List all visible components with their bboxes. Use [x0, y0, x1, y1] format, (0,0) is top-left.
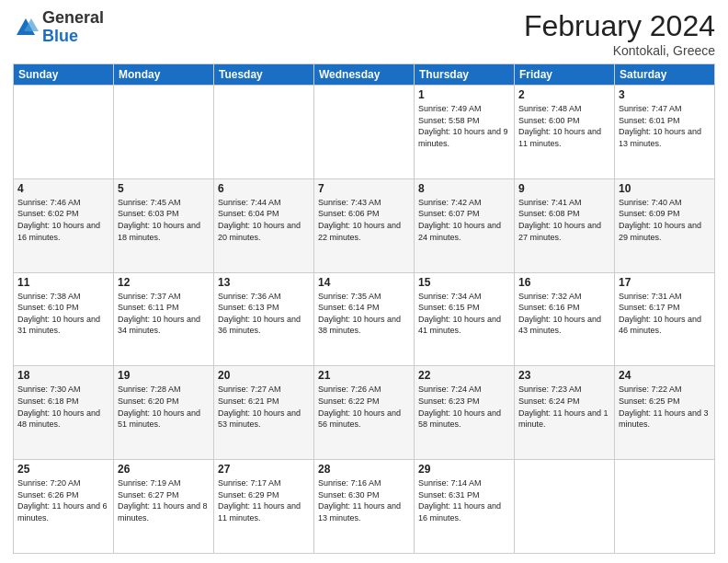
day-cell: 29Sunrise: 7:14 AM Sunset: 6:31 PM Dayli…: [415, 460, 515, 554]
day-info: Sunrise: 7:44 AM Sunset: 6:04 PM Dayligh…: [218, 197, 310, 243]
day-number: 23: [518, 369, 610, 382]
day-number: 13: [218, 276, 310, 289]
logo-icon: [13, 15, 39, 40]
day-info: Sunrise: 7:14 AM Sunset: 6:31 PM Dayligh…: [418, 477, 510, 523]
day-cell: 12Sunrise: 7:37 AM Sunset: 6:11 PM Dayli…: [114, 272, 214, 366]
logo: General Blue: [13, 9, 104, 46]
day-info: Sunrise: 7:16 AM Sunset: 6:30 PM Dayligh…: [318, 477, 410, 523]
col-header-wednesday: Wednesday: [314, 64, 415, 86]
day-number: 8: [418, 182, 510, 195]
col-header-sunday: Sunday: [14, 64, 114, 86]
day-cell: 23Sunrise: 7:23 AM Sunset: 6:24 PM Dayli…: [515, 366, 615, 460]
col-header-thursday: Thursday: [415, 64, 515, 86]
day-number: 11: [17, 276, 109, 289]
day-cell: 11Sunrise: 7:38 AM Sunset: 6:10 PM Dayli…: [14, 272, 114, 366]
day-info: Sunrise: 7:24 AM Sunset: 6:23 PM Dayligh…: [418, 384, 510, 430]
header: General Blue February 2024 Kontokali, Gr…: [13, 9, 715, 58]
day-info: Sunrise: 7:31 AM Sunset: 6:17 PM Dayligh…: [619, 291, 711, 337]
day-number: 16: [518, 276, 610, 289]
day-info: Sunrise: 7:43 AM Sunset: 6:06 PM Dayligh…: [318, 197, 410, 243]
day-cell: 22Sunrise: 7:24 AM Sunset: 6:23 PM Dayli…: [415, 366, 515, 460]
day-number: 5: [118, 182, 210, 195]
day-info: Sunrise: 7:42 AM Sunset: 6:07 PM Dayligh…: [418, 197, 510, 243]
day-cell: 15Sunrise: 7:34 AM Sunset: 6:15 PM Dayli…: [415, 272, 515, 366]
day-cell: 13Sunrise: 7:36 AM Sunset: 6:13 PM Dayli…: [214, 272, 314, 366]
day-cell: 7Sunrise: 7:43 AM Sunset: 6:06 PM Daylig…: [314, 178, 415, 272]
week-row-4: 18Sunrise: 7:30 AM Sunset: 6:18 PM Dayli…: [14, 366, 715, 460]
day-cell: 10Sunrise: 7:40 AM Sunset: 6:09 PM Dayli…: [615, 178, 715, 272]
day-cell: [214, 86, 314, 179]
day-number: 9: [518, 182, 610, 195]
day-number: 19: [118, 369, 210, 382]
day-number: 2: [518, 88, 610, 101]
day-number: 27: [218, 463, 310, 476]
day-number: 1: [418, 88, 510, 101]
day-number: 3: [619, 88, 711, 101]
week-row-2: 4Sunrise: 7:46 AM Sunset: 6:02 PM Daylig…: [14, 178, 715, 272]
day-info: Sunrise: 7:26 AM Sunset: 6:22 PM Dayligh…: [318, 384, 410, 430]
logo-text: General Blue: [42, 9, 104, 46]
week-row-1: 1Sunrise: 7:49 AM Sunset: 5:58 PM Daylig…: [14, 86, 715, 179]
day-info: Sunrise: 7:47 AM Sunset: 6:01 PM Dayligh…: [619, 103, 711, 149]
day-number: 10: [619, 182, 711, 195]
day-info: Sunrise: 7:35 AM Sunset: 6:14 PM Dayligh…: [318, 291, 410, 337]
day-info: Sunrise: 7:41 AM Sunset: 6:08 PM Dayligh…: [518, 197, 610, 243]
day-info: Sunrise: 7:30 AM Sunset: 6:18 PM Dayligh…: [17, 384, 109, 430]
day-number: 24: [619, 369, 711, 382]
logo-general: General: [42, 8, 104, 27]
day-cell: 4Sunrise: 7:46 AM Sunset: 6:02 PM Daylig…: [14, 178, 114, 272]
day-info: Sunrise: 7:45 AM Sunset: 6:03 PM Dayligh…: [118, 197, 210, 243]
day-cell: [515, 460, 615, 554]
col-header-tuesday: Tuesday: [214, 64, 314, 86]
day-info: Sunrise: 7:22 AM Sunset: 6:25 PM Dayligh…: [619, 384, 711, 430]
day-cell: 5Sunrise: 7:45 AM Sunset: 6:03 PM Daylig…: [114, 178, 214, 272]
day-cell: [14, 86, 114, 179]
day-info: Sunrise: 7:32 AM Sunset: 6:16 PM Dayligh…: [518, 291, 610, 337]
day-cell: 27Sunrise: 7:17 AM Sunset: 6:29 PM Dayli…: [214, 460, 314, 554]
header-row: SundayMondayTuesdayWednesdayThursdayFrid…: [14, 64, 715, 86]
day-cell: 28Sunrise: 7:16 AM Sunset: 6:30 PM Dayli…: [314, 460, 415, 554]
day-info: Sunrise: 7:23 AM Sunset: 6:24 PM Dayligh…: [518, 384, 610, 430]
day-number: 18: [17, 369, 109, 382]
week-row-3: 11Sunrise: 7:38 AM Sunset: 6:10 PM Dayli…: [14, 272, 715, 366]
day-info: Sunrise: 7:34 AM Sunset: 6:15 PM Dayligh…: [418, 291, 510, 337]
day-number: 12: [118, 276, 210, 289]
day-number: 25: [17, 463, 109, 476]
day-number: 20: [218, 369, 310, 382]
day-cell: [615, 460, 715, 554]
page: General Blue February 2024 Kontokali, Gr…: [0, 0, 728, 563]
calendar-subtitle: Kontokali, Greece: [524, 43, 715, 58]
week-row-5: 25Sunrise: 7:20 AM Sunset: 6:26 PM Dayli…: [14, 460, 715, 554]
day-cell: 6Sunrise: 7:44 AM Sunset: 6:04 PM Daylig…: [214, 178, 314, 272]
day-cell: 24Sunrise: 7:22 AM Sunset: 6:25 PM Dayli…: [615, 366, 715, 460]
day-cell: 19Sunrise: 7:28 AM Sunset: 6:20 PM Dayli…: [114, 366, 214, 460]
day-cell: 18Sunrise: 7:30 AM Sunset: 6:18 PM Dayli…: [14, 366, 114, 460]
day-number: 15: [418, 276, 510, 289]
day-info: Sunrise: 7:20 AM Sunset: 6:26 PM Dayligh…: [17, 477, 109, 523]
day-number: 21: [318, 369, 410, 382]
col-header-saturday: Saturday: [615, 64, 715, 86]
day-info: Sunrise: 7:37 AM Sunset: 6:11 PM Dayligh…: [118, 291, 210, 337]
calendar-table: SundayMondayTuesdayWednesdayThursdayFrid…: [13, 63, 715, 554]
day-cell: 14Sunrise: 7:35 AM Sunset: 6:14 PM Dayli…: [314, 272, 415, 366]
col-header-friday: Friday: [515, 64, 615, 86]
day-info: Sunrise: 7:28 AM Sunset: 6:20 PM Dayligh…: [118, 384, 210, 430]
day-info: Sunrise: 7:49 AM Sunset: 5:58 PM Dayligh…: [418, 103, 510, 149]
day-cell: 16Sunrise: 7:32 AM Sunset: 6:16 PM Dayli…: [515, 272, 615, 366]
day-info: Sunrise: 7:27 AM Sunset: 6:21 PM Dayligh…: [218, 384, 310, 430]
day-cell: 17Sunrise: 7:31 AM Sunset: 6:17 PM Dayli…: [615, 272, 715, 366]
day-number: 28: [318, 463, 410, 476]
day-cell: 2Sunrise: 7:48 AM Sunset: 6:00 PM Daylig…: [515, 86, 615, 179]
day-number: 26: [118, 463, 210, 476]
day-info: Sunrise: 7:48 AM Sunset: 6:00 PM Dayligh…: [518, 103, 610, 149]
day-cell: [114, 86, 214, 179]
day-cell: 25Sunrise: 7:20 AM Sunset: 6:26 PM Dayli…: [14, 460, 114, 554]
day-info: Sunrise: 7:19 AM Sunset: 6:27 PM Dayligh…: [118, 477, 210, 523]
day-number: 14: [318, 276, 410, 289]
day-cell: 3Sunrise: 7:47 AM Sunset: 6:01 PM Daylig…: [615, 86, 715, 179]
day-info: Sunrise: 7:46 AM Sunset: 6:02 PM Dayligh…: [17, 197, 109, 243]
day-cell: 8Sunrise: 7:42 AM Sunset: 6:07 PM Daylig…: [415, 178, 515, 272]
day-cell: 26Sunrise: 7:19 AM Sunset: 6:27 PM Dayli…: [114, 460, 214, 554]
day-cell: 21Sunrise: 7:26 AM Sunset: 6:22 PM Dayli…: [314, 366, 415, 460]
day-number: 22: [418, 369, 510, 382]
